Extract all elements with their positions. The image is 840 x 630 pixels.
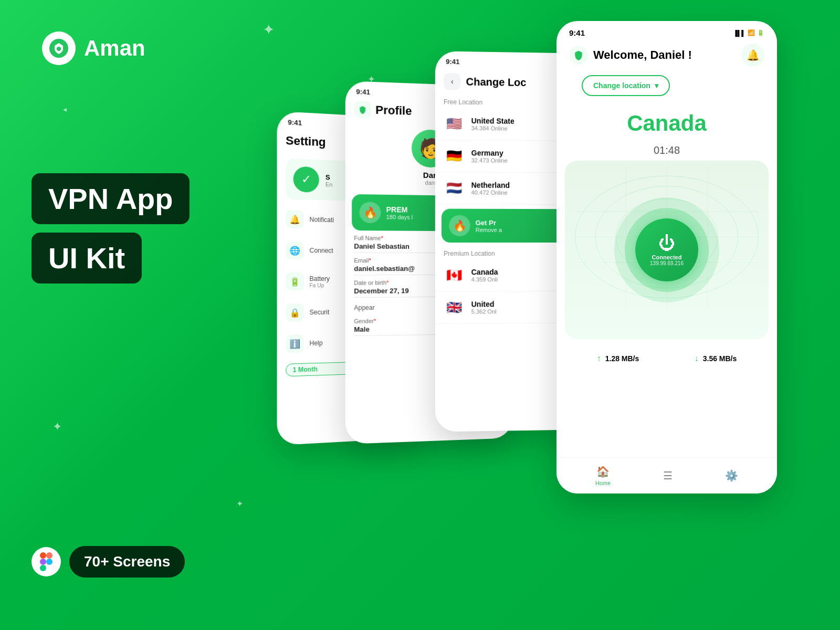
premium-sub: 180 days l [386,214,413,220]
flame-icon: 🔥 [360,202,381,223]
home-logo-icon [569,46,588,65]
nav-settings[interactable]: ⚙️ [725,469,738,482]
map-background: ⏻ Connected 139.99.69.216 [565,161,769,339]
country-count-uk: 5.362 Onl [471,308,497,314]
premium-label: PREM [386,205,413,214]
power-ring-outer: ⏻ Connected 139.99.69.216 [614,197,719,302]
flag-nl: 🇳🇱 [444,177,465,198]
screens-count-badge: 70+ Screens [69,546,185,578]
status-icons: ▐▌▌ 📶 🔋 [733,29,764,36]
bottom-nav: 🏠 Home ☰ ⚙️ [556,457,777,494]
country-name-us: United State [471,117,514,125]
upload-speed: ↑ 1.28 MB/s [597,354,639,363]
country-count-us: 34.384 Online [471,125,514,132]
phones-container: 9:41 Setting ✓ S En 🔔 Notificati 🌐 Conne… [262,0,840,630]
flag-ca: 🇨🇦 [444,265,465,286]
svg-rect-4 [40,559,46,565]
country-count-nl: 40.472 Online [471,190,510,196]
country-name-nl: Netherland [471,181,510,189]
location-title: Change Loc [466,76,527,89]
ip-address: 139.99.69.216 [650,260,684,266]
power-ring-mid: ⏻ Connected 139.99.69.216 [625,208,709,292]
status-bar-home: 9:41 ▐▌▌ 📶 🔋 [556,21,777,41]
back-button[interactable]: ‹ [444,73,460,90]
user-handle: dani [425,180,436,186]
speed-bar: ↑ 1.28 MB/s ↓ 3.56 MB/s [556,348,777,370]
country-count-ca: 4.359 Onli [471,276,498,282]
vpn-sublabel: En [326,181,333,188]
change-location-button[interactable]: Change location ▾ [582,75,670,96]
profile-title: Profile [375,103,412,118]
country-count-de: 32.473 Online [471,157,508,163]
logo-area: Aman [42,32,145,65]
sparkle-decoration: ✦ [236,499,243,509]
hero-line1: VPN App [32,173,190,224]
download-speed: ↓ 3.56 MB/s [695,354,737,363]
svg-point-1 [57,47,61,51]
figma-icon [32,547,61,576]
nav-home[interactable]: 🏠 Home [595,465,611,486]
country-name-de: Germany [471,149,508,158]
upload-arrow-icon: ↑ [597,354,601,363]
flag-de: 🇩🇪 [444,145,465,167]
app-name: Aman [84,36,145,61]
get-premium-sub: Remove a [476,226,502,233]
nav-home-label: Home [595,480,611,486]
country-name-ca: Canada [471,268,498,276]
settings-nav-icon: ⚙️ [725,469,738,482]
app-logo-icon [42,32,76,65]
connected-label: Connected [652,254,682,260]
svg-rect-3 [46,552,52,559]
download-arrow-icon: ↓ [695,354,699,363]
connection-time: 01:48 [556,144,777,156]
chevron-down-icon: ▾ [655,81,658,90]
vpn-label: S [326,173,333,181]
power-button[interactable]: ⏻ Connected 139.99.69.216 [635,218,698,281]
greeting-text: Welcome, Daniel ! [593,48,692,62]
get-premium-label: Get Pr [476,218,502,226]
home-nav-icon: 🏠 [596,465,610,478]
svg-point-6 [46,559,52,565]
change-location-label: Change location [593,81,650,90]
sparkle-decoration: ◂ [63,105,67,113]
figma-badge-area: 70+ Screens [32,546,185,578]
flag-us: 🇺🇸 [444,113,465,134]
menu-nav-icon: ☰ [663,469,673,482]
country-name-uk: United [471,300,497,308]
power-icon: ⏻ [658,234,675,253]
svg-rect-2 [40,552,46,559]
current-country: Canada [556,102,777,144]
phone-home: 9:41 ▐▌▌ 📶 🔋 Welcome, Daniel ! 🔔 Change … [556,21,777,494]
sparkle-decoration: ✦ [52,420,62,434]
svg-rect-5 [40,565,46,571]
vpn-check-icon: ✓ [293,166,319,193]
upload-speed-value: 1.28 MB/s [605,354,639,363]
nav-menu[interactable]: ☰ [663,469,673,482]
home-header: Welcome, Daniel ! 🔔 [556,41,777,73]
download-speed-value: 3.56 MB/s [703,354,737,363]
flag-uk: 🇬🇧 [444,297,465,318]
notification-bell-button[interactable]: 🔔 [741,44,764,67]
shield-icon [354,101,371,118]
hero-section: VPN App UI Kit [32,173,190,284]
hero-line2: UI Kit [32,233,142,284]
flame-icon-premium: 🔥 [449,215,470,236]
